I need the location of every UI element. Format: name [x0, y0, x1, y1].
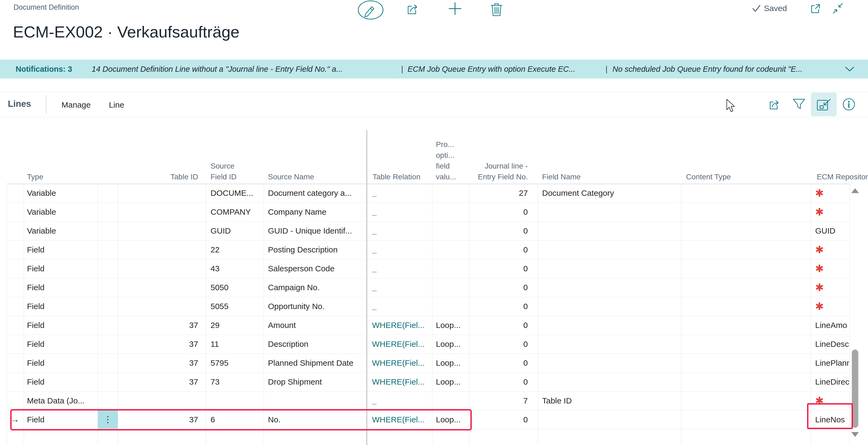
- cell-table_id[interactable]: 37: [120, 316, 198, 335]
- notification-message[interactable]: No scheduled Job Queue Entry found for c…: [613, 60, 803, 79]
- cell-source_field_id[interactable]: 43: [211, 259, 262, 278]
- cell-journal[interactable]: 0: [474, 354, 528, 373]
- cell-field_name[interactable]: Table ID: [542, 391, 678, 410]
- cell-table_id[interactable]: 37: [120, 354, 198, 373]
- cell-table_relation[interactable]: _: [372, 240, 430, 259]
- cell-source_field_id[interactable]: 11: [211, 335, 262, 354]
- cell-ecm[interactable]: LineAmo: [815, 316, 849, 335]
- cell-journal[interactable]: 0: [474, 259, 528, 278]
- cell-source_field_id[interactable]: GUID: [211, 221, 262, 240]
- cell-field_name[interactable]: Document Category: [542, 184, 678, 203]
- cell-type[interactable]: Variable: [27, 221, 96, 240]
- table-row[interactable]: VariableDOCUME...Document category a..._…: [0, 184, 868, 203]
- cell-type[interactable]: Variable: [27, 203, 96, 221]
- cell-source_field_id[interactable]: 22: [211, 240, 262, 259]
- column-header-content-type[interactable]: Content Type: [686, 172, 731, 182]
- cell-source_field_id[interactable]: 29: [211, 316, 262, 335]
- cell-journal[interactable]: 0: [474, 240, 528, 259]
- table-row[interactable]: VariableGUIDGUID - Unique Identif..._0GU…: [0, 221, 868, 240]
- cell-type[interactable]: Field: [27, 354, 96, 373]
- cell-table_relation[interactable]: _: [372, 297, 430, 316]
- cell-process_option[interactable]: Loop...: [436, 316, 468, 335]
- cell-type[interactable]: Field: [27, 240, 96, 259]
- new-button[interactable]: [448, 2, 462, 16]
- cell-type[interactable]: Field: [27, 259, 96, 278]
- table-row[interactable]: VariableCOMPANYCompany Name_0✱: [0, 203, 868, 221]
- required-marker-icon[interactable]: ✱: [815, 297, 849, 316]
- cell-source_field_id[interactable]: DOCUME...: [211, 184, 262, 203]
- cell-ecm[interactable]: GUID: [815, 221, 849, 240]
- delete-button[interactable]: [490, 2, 503, 17]
- cell-type[interactable]: Variable: [27, 184, 96, 203]
- cell-journal[interactable]: 0: [474, 335, 528, 354]
- cell-table_relation[interactable]: _: [372, 391, 430, 410]
- cell-source_name[interactable]: Planned Shipment Date: [268, 354, 368, 373]
- notification-message[interactable]: 14 Document Definition Line without a "J…: [92, 60, 343, 79]
- table-row[interactable]: Field3773Drop ShipmentWHERE(Fiel...Loop.…: [0, 373, 868, 391]
- cell-table_relation[interactable]: _: [372, 221, 430, 240]
- cell-process_option[interactable]: Loop...: [436, 335, 468, 354]
- cell-journal[interactable]: 27: [474, 184, 528, 203]
- table-row[interactable]: Field375795Planned Shipment DateWHERE(Fi…: [0, 354, 868, 373]
- cell-journal[interactable]: 7: [474, 391, 528, 410]
- cell-table_relation[interactable]: WHERE(Fiel...: [372, 354, 430, 373]
- table-row[interactable]: Field3729AmountWHERE(Fiel...Loop...0Line…: [0, 316, 868, 335]
- column-header-ecm-repository[interactable]: ECM Repository: [817, 172, 868, 182]
- cell-source_field_id[interactable]: 5795: [211, 354, 262, 373]
- required-marker-icon[interactable]: ✱: [815, 259, 849, 278]
- info-icon[interactable]: [842, 98, 856, 111]
- menu-line[interactable]: Line: [109, 100, 124, 110]
- table-row[interactable]: Field43Salesperson Code_0✱: [0, 259, 868, 278]
- scroll-up-arrow[interactable]: [851, 188, 859, 193]
- column-header-table-id[interactable]: Table ID: [146, 172, 198, 182]
- cell-type[interactable]: Field: [27, 278, 96, 297]
- cell-source_name[interactable]: Company Name: [268, 203, 368, 221]
- required-marker-icon[interactable]: ✱: [815, 203, 849, 221]
- required-marker-icon[interactable]: ✱: [815, 184, 849, 203]
- cell-journal[interactable]: 0: [474, 221, 528, 240]
- required-marker-icon[interactable]: ✱: [815, 240, 849, 259]
- column-header-source-field-id[interactable]: Source Field ID: [211, 161, 237, 182]
- cell-ecm[interactable]: LineDesc: [815, 335, 849, 354]
- column-header-journal-line-entry-field-no[interactable]: Journal line - Entry Field No.: [458, 161, 528, 182]
- cell-process_option[interactable]: Loop...: [436, 373, 468, 391]
- cell-table_id[interactable]: 37: [120, 335, 198, 354]
- column-header-source-name[interactable]: Source Name: [268, 172, 314, 182]
- cell-table_relation[interactable]: WHERE(Fiel...: [372, 373, 430, 391]
- menu-manage[interactable]: Manage: [61, 100, 91, 110]
- cell-table_relation[interactable]: _: [372, 259, 430, 278]
- table-row[interactable]: Meta Data (Jo..._7Table ID✱: [0, 391, 868, 410]
- cell-source_name[interactable]: GUID - Unique Identif...: [268, 221, 368, 240]
- cell-type[interactable]: Meta Data (Jo...: [27, 391, 96, 410]
- cell-source_field_id[interactable]: 5055: [211, 297, 262, 316]
- cell-source_name[interactable]: Drop Shipment: [268, 373, 368, 391]
- table-row[interactable]: Field5055Opportunity No._0✱: [0, 297, 868, 316]
- table-row[interactable]: Field22Posting Description_0✱: [0, 240, 868, 259]
- filter-icon[interactable]: [793, 98, 805, 111]
- open-in-new-window-button[interactable]: [810, 3, 821, 14]
- share-button[interactable]: [405, 2, 420, 16]
- edit-button[interactable]: [358, 0, 384, 20]
- cell-source_name[interactable]: Opportunity No.: [268, 297, 368, 316]
- cell-table_relation[interactable]: WHERE(Fiel...: [372, 335, 430, 354]
- cell-ecm[interactable]: LineDirec: [815, 373, 849, 391]
- notification-bar[interactable]: Notifications: 3 14 Document Definition …: [0, 60, 868, 79]
- cell-source_name[interactable]: Salesperson Code: [268, 259, 368, 278]
- column-header-process-option[interactable]: Pro... opti... field valu...: [436, 139, 456, 182]
- cell-journal[interactable]: 0: [474, 278, 528, 297]
- cell-ecm[interactable]: LinePlann: [815, 354, 849, 373]
- cell-table_relation[interactable]: _: [372, 184, 430, 203]
- table-row[interactable]: Field3711DescriptionWHERE(Fiel...Loop...…: [0, 335, 868, 354]
- column-header-table-relation[interactable]: Table Relation: [373, 172, 420, 182]
- cell-source_field_id[interactable]: COMPANY: [211, 203, 262, 221]
- cell-table_id[interactable]: 37: [120, 373, 198, 391]
- cell-journal[interactable]: 0: [474, 410, 528, 429]
- cell-journal[interactable]: 0: [474, 316, 528, 335]
- scroll-down-arrow[interactable]: [851, 432, 859, 437]
- column-header-type[interactable]: Type: [27, 172, 43, 182]
- required-marker-icon[interactable]: ✱: [815, 278, 849, 297]
- cell-source_name[interactable]: Campaign No.: [268, 278, 368, 297]
- notification-message[interactable]: ECM Job Queue Entry with option Execute …: [408, 60, 575, 79]
- cell-table_relation[interactable]: WHERE(Fiel...: [372, 316, 430, 335]
- cell-table_relation[interactable]: _: [372, 278, 430, 297]
